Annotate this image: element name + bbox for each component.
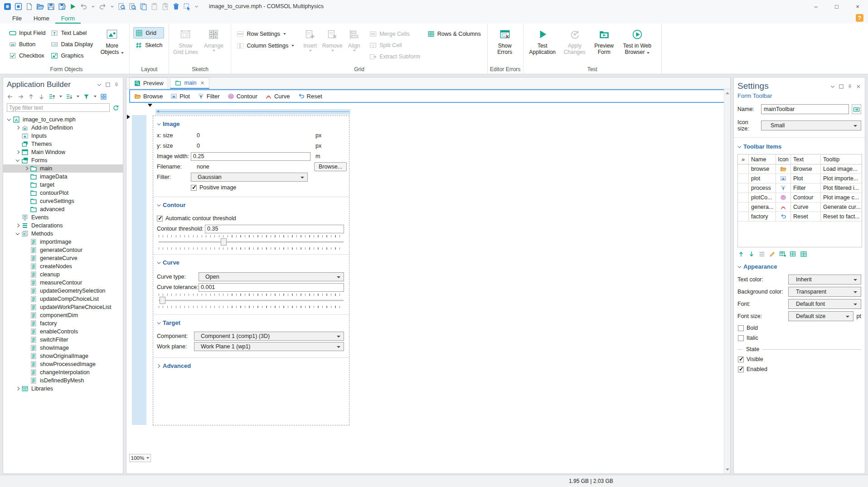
- form-toolbar-contour-button[interactable]: Contour: [228, 93, 257, 100]
- chevron-down-icon[interactable]: [6, 118, 12, 121]
- more-objects-button[interactable]: More Objects: [99, 27, 125, 61]
- arrow-right-icon[interactable]: [17, 93, 24, 100]
- preferences-icon[interactable]: [15, 3, 22, 10]
- image-width-input[interactable]: 0.25: [191, 152, 310, 161]
- column-header-icon[interactable]: Icon: [776, 154, 791, 164]
- tree-item-curveSettings[interactable]: curveSettings: [3, 197, 123, 205]
- tree-item-enableControls[interactable]: enableControls: [3, 328, 123, 336]
- scroll-down-icon[interactable]: [726, 468, 729, 471]
- visible-checkbox[interactable]: Visible: [737, 356, 861, 362]
- input-field-button[interactable]: Input Field: [7, 27, 47, 39]
- tree-item-advanced[interactable]: advanced: [3, 205, 123, 213]
- paste-special-icon[interactable]: [161, 3, 169, 10]
- panel-menu-icon[interactable]: [830, 84, 835, 89]
- sketch-mode-button[interactable]: Sketch: [133, 39, 164, 51]
- help-icon[interactable]: ?: [856, 14, 863, 22]
- panel-pin-icon[interactable]: [847, 84, 853, 89]
- row-settings-button[interactable]: Row Settings: [235, 30, 296, 38]
- form-toolbar-filter-button[interactable]: Filter: [198, 93, 220, 100]
- merge-cells-button[interactable]: Merge Cells: [368, 28, 422, 39]
- run-icon[interactable]: [69, 3, 77, 10]
- copy-icon[interactable]: [140, 3, 147, 10]
- tree-item-Declarations[interactable]: Declarations: [3, 222, 123, 230]
- open-icon[interactable]: [36, 3, 44, 10]
- text-color-select[interactable]: Inherit: [788, 275, 861, 284]
- arrow-up-icon[interactable]: [28, 93, 34, 100]
- section-curve[interactable]: Curve: [157, 259, 345, 266]
- tab-preview[interactable]: Preview: [129, 77, 168, 89]
- tree-item-factory[interactable]: factory: [3, 319, 123, 328]
- tree-item-changeInterpolation[interactable]: changeInterpolation: [3, 368, 123, 376]
- graphics-button[interactable]: Graphics: [49, 50, 95, 61]
- column-header-tooltip[interactable]: Tooltip: [821, 154, 862, 164]
- tree-item-main[interactable]: main: [3, 164, 123, 173]
- app-icon[interactable]: [4, 3, 11, 10]
- new-icon[interactable]: [25, 3, 33, 10]
- panel-pin-icon[interactable]: [114, 82, 119, 87]
- delete-icon[interactable]: [172, 3, 180, 10]
- chevron-right-icon[interactable]: [15, 151, 21, 154]
- remove-button[interactable]: Remove: [320, 27, 344, 62]
- contour-threshold-input[interactable]: 0.35: [205, 225, 344, 233]
- tree-item-isDefinedByMesh[interactable]: isDefinedByMesh: [3, 376, 123, 385]
- tree-item-Themes[interactable]: Themes: [3, 140, 123, 148]
- positive-image-checkbox[interactable]: Positive image: [191, 184, 236, 191]
- section-contour[interactable]: Contour: [157, 202, 345, 208]
- browse-file-button[interactable]: Browse...: [314, 162, 347, 171]
- font-select[interactable]: Default font: [788, 299, 861, 309]
- select-icon[interactable]: [183, 3, 191, 10]
- panel-menu-icon[interactable]: [97, 82, 102, 87]
- tree-item-imageData[interactable]: imageData: [3, 173, 123, 181]
- chevron-icon[interactable]: [91, 4, 96, 9]
- button-button[interactable]: OKButton: [7, 39, 47, 50]
- section-advanced[interactable]: Advanced: [157, 362, 345, 369]
- filter-select[interactable]: Gaussian: [191, 173, 308, 182]
- toolbar-item-row-filter[interactable]: processFilterPlot filtered i...: [738, 183, 862, 193]
- arrow-left-icon[interactable]: [7, 93, 14, 100]
- slider-handle[interactable]: [221, 238, 227, 246]
- chevron-right-icon[interactable]: [23, 167, 29, 170]
- tree-item-Events[interactable]: Events: [3, 213, 123, 222]
- tree-item-updateCompChoiceList[interactable]: updateCompChoiceList: [3, 295, 123, 303]
- move-down-icon[interactable]: [748, 251, 755, 258]
- bold-checkbox[interactable]: Bold: [737, 325, 861, 331]
- component-select[interactable]: Component 1 (comp1) (3D): [194, 332, 344, 341]
- tree-item-createNodes[interactable]: createNodes: [3, 262, 123, 270]
- chevron-down-icon[interactable]: [15, 159, 21, 162]
- contour-threshold-slider[interactable]: [159, 238, 344, 246]
- table-insert-icon[interactable]: [779, 251, 786, 258]
- split-cell-button[interactable]: Split Cell: [368, 39, 422, 51]
- text-label-button[interactable]: TText Label: [49, 27, 95, 39]
- background-color-select[interactable]: Transparent: [788, 287, 861, 297]
- tab-main[interactable]: main ×: [170, 77, 209, 89]
- italic-checkbox[interactable]: Italic: [737, 335, 861, 341]
- test-in-web-browser-button[interactable]: Test in Web Browser: [621, 27, 654, 66]
- form-toolbar-browse-button[interactable]: Browse: [134, 93, 163, 100]
- tree-item-Libraries[interactable]: Libraries: [3, 385, 123, 393]
- paste-icon[interactable]: [150, 3, 158, 10]
- chevron-icon[interactable]: [194, 4, 199, 9]
- auto-contour-threshold-checkbox[interactable]: Automatic contour threshold: [157, 215, 236, 222]
- panel-close-icon[interactable]: [856, 84, 861, 89]
- tree-item-showOriginalImage[interactable]: showOriginalImage: [3, 352, 123, 360]
- find-in-files-icon[interactable]: [129, 3, 136, 10]
- redo-icon[interactable]: [99, 3, 107, 10]
- undo-icon[interactable]: [80, 3, 87, 10]
- tab-home[interactable]: Home: [28, 14, 55, 24]
- rows-columns-button[interactable]: Rows & Columns: [426, 28, 483, 39]
- tree-item-showProcessedImage[interactable]: showProcessedImage: [3, 360, 123, 368]
- tree-item-generateContour[interactable]: generateContour: [3, 246, 123, 254]
- column-settings-button[interactable]: Column Settings: [235, 42, 296, 50]
- close-tab-icon[interactable]: ×: [201, 80, 204, 86]
- minimize-button[interactable]: –: [805, 0, 826, 13]
- name-input[interactable]: mainToolbar: [761, 104, 849, 114]
- move-up-icon[interactable]: [737, 251, 745, 258]
- slider-handle[interactable]: [160, 297, 165, 304]
- table-plain-icon[interactable]: [800, 251, 807, 258]
- tree-item-generateCurve[interactable]: generateCurve: [3, 254, 123, 262]
- toolbar-item-row-contour[interactable]: plotCo...ContourPlot image c...: [738, 193, 862, 203]
- form-toolbar-reset-button[interactable]: Reset: [298, 93, 322, 100]
- tree-item-Forms[interactable]: Forms: [3, 156, 123, 164]
- icon-size-select[interactable]: Small: [761, 121, 861, 130]
- chevron-down-icon[interactable]: [15, 232, 21, 235]
